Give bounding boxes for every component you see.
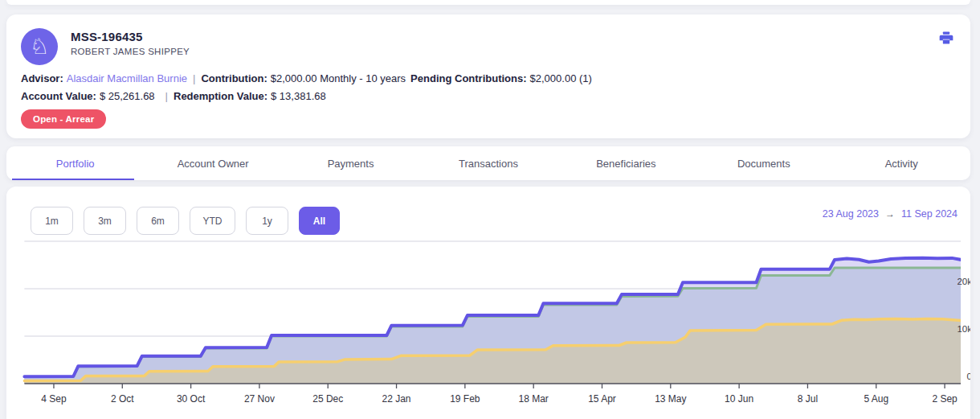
account-id: MSS-196435 xyxy=(71,30,143,43)
tab-transactions[interactable]: Transactions xyxy=(419,146,557,180)
y-tick-label: 10k xyxy=(957,324,970,334)
portfolio-chart-card: 1m 3m 6m YTD 1y All 23 Aug 2023→11 Sep 2… xyxy=(6,187,970,419)
x-tick-label: 22 Jan xyxy=(382,393,411,405)
x-tick-label: 2 Oct xyxy=(111,393,134,405)
x-tick-label: 27 Nov xyxy=(244,393,275,405)
tab-beneficiaries[interactable]: Beneficiaries xyxy=(557,146,695,180)
previous-card-edge xyxy=(6,0,970,5)
x-tick-label: 5 Aug xyxy=(864,393,888,405)
account-header-card: ♘ MSS-196435 ROBERT JAMES SHIPPEY Adviso… xyxy=(6,14,970,138)
contribution-label: Contribution: xyxy=(201,72,267,84)
portfolio-chart[interactable]: 4 Sep2 Oct30 Oct27 Nov25 Dec22 Jan19 Feb… xyxy=(6,187,970,419)
tab-payments[interactable]: Payments xyxy=(282,146,419,180)
y-tick-label: 0 xyxy=(967,372,970,381)
x-tick-label: 25 Dec xyxy=(312,393,343,405)
tab-account-owner[interactable]: Account Owner xyxy=(144,146,281,180)
tab-activity[interactable]: Activity xyxy=(833,146,970,180)
account-holder-name: ROBERT JAMES SHIPPEY xyxy=(71,47,190,56)
x-tick-label: 18 Mar xyxy=(518,393,548,405)
values-line: Account Value:$ 25,261.68|Redemption Val… xyxy=(21,90,331,102)
tab-portfolio[interactable]: Portfolio xyxy=(6,146,144,180)
pending-contributions-value: $2,000.00 (1) xyxy=(530,72,592,84)
tab-bar: Portfolio Account Owner Payments Transac… xyxy=(6,146,970,180)
redemption-value-label: Redemption Value: xyxy=(174,90,267,102)
tab-documents[interactable]: Documents xyxy=(695,146,832,180)
printer-icon xyxy=(938,30,954,46)
account-value-label: Account Value: xyxy=(21,90,96,102)
x-tick-label: 13 May xyxy=(655,393,686,405)
chess-knight-icon: ♘ xyxy=(30,36,49,58)
pending-contributions-label: Pending Contributions: xyxy=(410,72,526,84)
avatar: ♘ xyxy=(21,28,58,65)
contribution-value: $2,000.00 Monthly - 10 years xyxy=(271,72,406,84)
advisor-contribution-line: Advisor:Alasdair Macmillan Burnie|Contri… xyxy=(21,72,597,84)
advisor-label: Advisor: xyxy=(21,72,63,84)
x-tick-label: 10 Jun xyxy=(725,393,753,405)
advisor-link[interactable]: Alasdair Macmillan Burnie xyxy=(67,72,187,84)
redemption-value: $ 13,381.68 xyxy=(271,90,326,102)
y-tick-label: 20k xyxy=(957,277,970,286)
x-tick-label: 4 Sep xyxy=(41,393,67,405)
status-badge: Open - Arrear xyxy=(21,109,106,129)
separator: | xyxy=(165,90,168,102)
x-tick-label: 30 Oct xyxy=(177,393,206,405)
x-tick-label: 8 Jul xyxy=(798,393,818,405)
separator: | xyxy=(193,72,195,84)
account-value: $ 25,261.68 xyxy=(100,90,155,102)
print-button[interactable] xyxy=(938,30,954,46)
x-tick-label: 2 Sep xyxy=(932,393,958,405)
x-tick-label: 19 Feb xyxy=(450,393,480,405)
x-tick-label: 15 Apr xyxy=(588,393,616,405)
